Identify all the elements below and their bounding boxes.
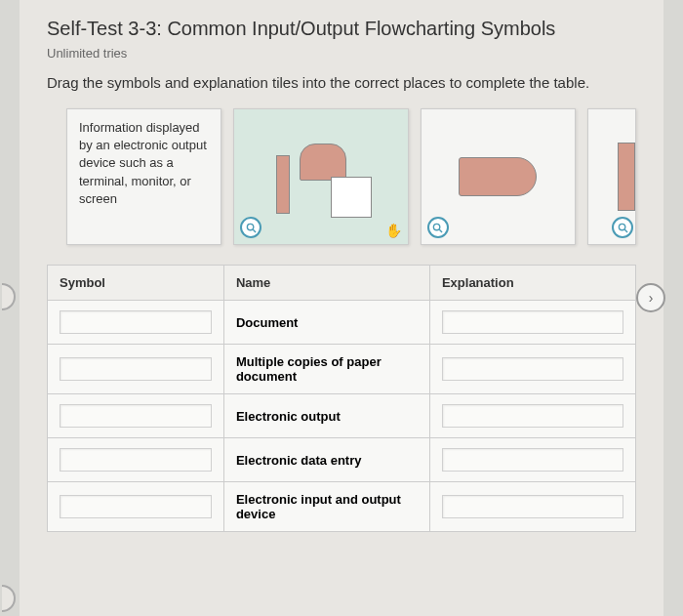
explanation-drop-slot[interactable] xyxy=(442,310,623,334)
chevron-right-icon: › xyxy=(649,290,654,306)
display-shape-icon xyxy=(459,157,537,196)
svg-line-3 xyxy=(440,229,443,232)
table-row: Electronic input and output device xyxy=(48,482,636,532)
row-name: Document xyxy=(223,301,429,345)
zoom-icon[interactable] xyxy=(427,217,449,238)
svg-point-4 xyxy=(619,224,624,229)
page-title: Self-Test 3-3: Common Input/Output Flowc… xyxy=(47,18,636,40)
svg-line-1 xyxy=(253,229,256,232)
partial-shape-icon xyxy=(618,143,635,211)
table-row: Electronic output xyxy=(48,394,636,438)
symbol-tile-2[interactable] xyxy=(421,108,576,245)
svg-line-5 xyxy=(624,229,627,232)
explanation-tile[interactable]: Information displayed by an electronic o… xyxy=(66,108,221,245)
table-row: Document xyxy=(48,301,636,345)
explanation-drop-slot[interactable] xyxy=(442,495,623,518)
explanation-tile-text: Information displayed by an electronic o… xyxy=(79,120,207,206)
prev-page-button[interactable] xyxy=(2,283,16,310)
table-row: Electronic data entry xyxy=(48,438,636,482)
flowchart-shapes-group xyxy=(272,128,370,226)
grab-icon: ✋ xyxy=(385,223,402,238)
table-row: Multiple copies of paper document xyxy=(48,345,636,394)
explanation-drop-slot[interactable] xyxy=(442,448,623,472)
explanation-drop-slot[interactable] xyxy=(442,357,623,381)
row-name: Electronic data entry xyxy=(223,438,429,482)
attempts-label: Unlimited tries xyxy=(47,46,636,61)
draggable-tiles-row: Information displayed by an electronic o… xyxy=(47,108,636,245)
page-container: Self-Test 3-3: Common Input/Output Flowc… xyxy=(20,0,663,616)
explanation-drop-slot[interactable] xyxy=(442,404,623,428)
header-symbol: Symbol xyxy=(48,266,224,301)
help-button[interactable] xyxy=(2,585,16,612)
symbol-drop-slot[interactable] xyxy=(60,357,212,381)
symbol-drop-slot[interactable] xyxy=(60,448,212,472)
symbol-tile-1[interactable]: ✋ xyxy=(233,108,408,245)
symbol-drop-slot[interactable] xyxy=(60,495,212,518)
answer-table: Symbol Name Explanation Document Multipl… xyxy=(47,265,636,532)
zoom-icon[interactable] xyxy=(612,217,633,238)
symbol-drop-slot[interactable] xyxy=(60,310,212,334)
row-name: Electronic output xyxy=(223,394,429,438)
symbol-tile-3[interactable] xyxy=(587,108,636,245)
svg-point-0 xyxy=(247,224,253,229)
header-name: Name xyxy=(223,266,429,301)
header-explanation: Explanation xyxy=(429,266,635,301)
svg-point-2 xyxy=(434,224,440,229)
zoom-icon[interactable] xyxy=(240,217,261,238)
instructions-text: Drag the symbols and explanation tiles i… xyxy=(47,74,636,91)
next-page-button[interactable]: › xyxy=(636,283,665,312)
row-name: Electronic input and output device xyxy=(223,482,429,532)
row-name: Multiple copies of paper document xyxy=(223,345,429,394)
symbol-drop-slot[interactable] xyxy=(60,404,212,428)
